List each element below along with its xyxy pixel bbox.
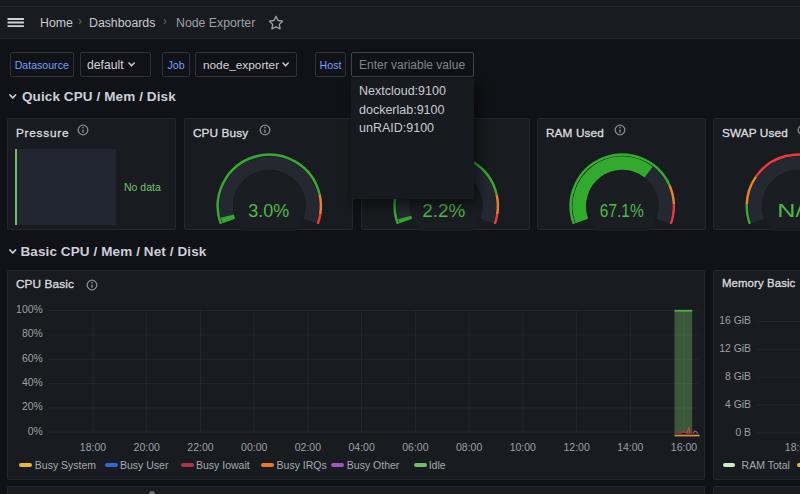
- svg-text:N/A: N/A: [777, 200, 800, 221]
- svg-text:67.1%: 67.1%: [600, 200, 644, 221]
- svg-text:2.2%: 2.2%: [422, 200, 465, 221]
- svg-text:3.0%: 3.0%: [248, 200, 289, 221]
